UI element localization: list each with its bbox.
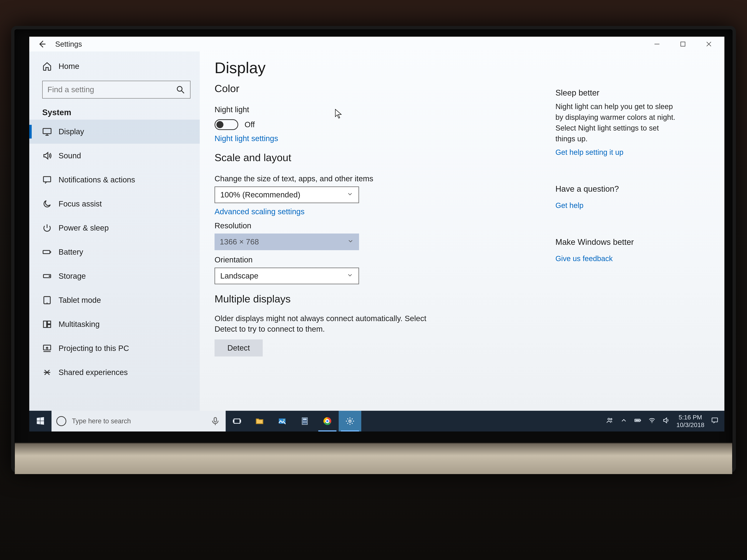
windows-icon (35, 416, 45, 426)
sidebar-item-multitasking[interactable]: Multitasking (29, 312, 200, 336)
sidebar: Home System Display (29, 52, 200, 411)
text-size-value: 100% (Recommended) (220, 190, 300, 199)
svg-point-1 (177, 86, 182, 91)
svg-rect-20 (306, 421, 307, 422)
mouse-cursor (335, 109, 342, 118)
text-size-label: Change the size of text, apps, and other… (214, 174, 544, 183)
sidebar-item-power-sleep[interactable]: Power & sleep (29, 216, 200, 240)
share-icon (42, 368, 52, 377)
get-help-link[interactable]: Get help (556, 201, 710, 210)
titlebar: Settings (29, 37, 724, 52)
taskbar-search[interactable]: Type here to search (52, 411, 226, 431)
message-icon (42, 175, 52, 185)
photos-button[interactable] (271, 411, 293, 431)
svg-point-26 (611, 418, 612, 420)
app-title: Settings (55, 40, 82, 48)
sidebar-item-sound[interactable]: Sound (29, 144, 200, 168)
sidebar-item-notifications[interactable]: Notifications & actions (29, 168, 200, 192)
svg-rect-0 (681, 42, 685, 46)
sidebar-search-input[interactable] (47, 85, 172, 94)
sidebar-search[interactable] (42, 81, 190, 99)
orientation-label: Orientation (214, 256, 544, 264)
chevron-down-icon (347, 237, 354, 246)
sidebar-item-label: Notifications & actions (58, 176, 135, 184)
night-light-state: Off (244, 120, 255, 129)
microphone-icon (210, 416, 220, 426)
people-icon[interactable] (606, 417, 613, 426)
sidebar-category: System (29, 102, 200, 119)
sleep-better-link[interactable]: Get help setting it up (556, 148, 710, 157)
taskbar-clock[interactable]: 5:16 PM 10/3/2018 (676, 414, 704, 429)
page-title: Display (214, 59, 544, 77)
orientation-value: Landscape (220, 271, 258, 281)
sidebar-item-label: Display (58, 127, 84, 136)
window-controls (644, 37, 721, 52)
svg-rect-19 (304, 421, 305, 422)
search-icon (176, 85, 185, 95)
sidebar-item-focus-assist[interactable]: Focus assist (29, 192, 200, 216)
action-center-icon[interactable] (711, 417, 719, 426)
sidebar-item-label: Tablet mode (58, 296, 101, 304)
task-view-button[interactable] (226, 411, 248, 431)
sidebar-item-projecting[interactable]: Projecting to this PC (29, 336, 200, 361)
system-tray: 5:16 PM 10/3/2018 (606, 414, 724, 429)
sidebar-item-label: Shared experiences (58, 368, 128, 377)
volume-icon[interactable] (662, 417, 670, 426)
section-multiple-displays: Multiple displays (214, 293, 544, 305)
monitor-icon (42, 127, 52, 136)
back-button[interactable] (37, 38, 48, 50)
close-button[interactable] (696, 37, 721, 52)
advanced-scaling-link[interactable]: Advanced scaling settings (214, 207, 544, 216)
home-icon (42, 61, 52, 71)
sidebar-item-label: Battery (58, 247, 83, 257)
sidebar-home[interactable]: Home (29, 55, 200, 77)
wifi-icon[interactable] (648, 417, 656, 426)
minimize-button[interactable] (644, 37, 670, 52)
start-button[interactable] (29, 411, 52, 431)
chrome-button[interactable] (316, 411, 339, 431)
drive-icon (42, 271, 52, 281)
svg-rect-22 (304, 422, 305, 423)
battery-tray-icon[interactable] (634, 417, 642, 426)
settings-window: Settings (29, 37, 724, 411)
night-light-label: Night light (214, 105, 544, 114)
resolution-label: Resolution (214, 221, 544, 230)
battery-icon (42, 247, 52, 257)
sidebar-item-shared-experiences[interactable]: Shared experiences (29, 361, 200, 384)
project-icon (42, 344, 52, 353)
sleep-better-title: Sleep better (556, 88, 710, 98)
resolution-dropdown[interactable]: 1366 × 768 (214, 234, 359, 250)
taskbar-time: 5:16 PM (676, 414, 704, 421)
resolution-value: 1366 × 768 (220, 237, 259, 246)
text-size-dropdown[interactable]: 100% (Recommended) (214, 186, 359, 203)
taskbar-search-placeholder: Type here to search (72, 417, 131, 425)
sidebar-item-display[interactable]: Display (29, 119, 200, 144)
orientation-dropdown[interactable]: Landscape (214, 268, 359, 284)
svg-rect-28 (635, 420, 639, 421)
tray-chevron-up-icon[interactable] (620, 417, 627, 426)
settings-taskbar-button[interactable] (339, 411, 361, 431)
sidebar-item-storage[interactable]: Storage (29, 264, 200, 288)
maximize-button[interactable] (670, 37, 695, 52)
calculator-button[interactable] (293, 411, 316, 431)
sleep-better-body: Night light can help you get to sleep by… (556, 101, 679, 144)
sidebar-item-tablet-mode[interactable]: Tablet mode (29, 288, 200, 312)
sidebar-item-label: Power & sleep (58, 223, 109, 233)
sidebar-item-battery[interactable]: Battery (29, 240, 200, 264)
detect-button[interactable]: Detect (214, 340, 263, 356)
svg-rect-13 (234, 419, 240, 423)
svg-rect-9 (47, 321, 51, 324)
file-explorer-button[interactable] (248, 411, 271, 431)
power-icon (42, 223, 52, 233)
svg-rect-10 (47, 325, 51, 327)
taskbar-date: 10/3/2018 (676, 421, 704, 429)
question-title: Have a question? (556, 184, 710, 193)
chevron-down-icon (346, 271, 353, 281)
feedback-link[interactable]: Give us feedback (556, 255, 710, 263)
detect-button-label: Detect (227, 344, 250, 352)
night-light-toggle[interactable] (214, 119, 238, 130)
night-light-settings-link[interactable]: Night light settings (214, 134, 544, 143)
svg-rect-18 (303, 421, 304, 422)
sidebar-item-label: Storage (58, 272, 86, 281)
svg-rect-4 (43, 250, 50, 254)
